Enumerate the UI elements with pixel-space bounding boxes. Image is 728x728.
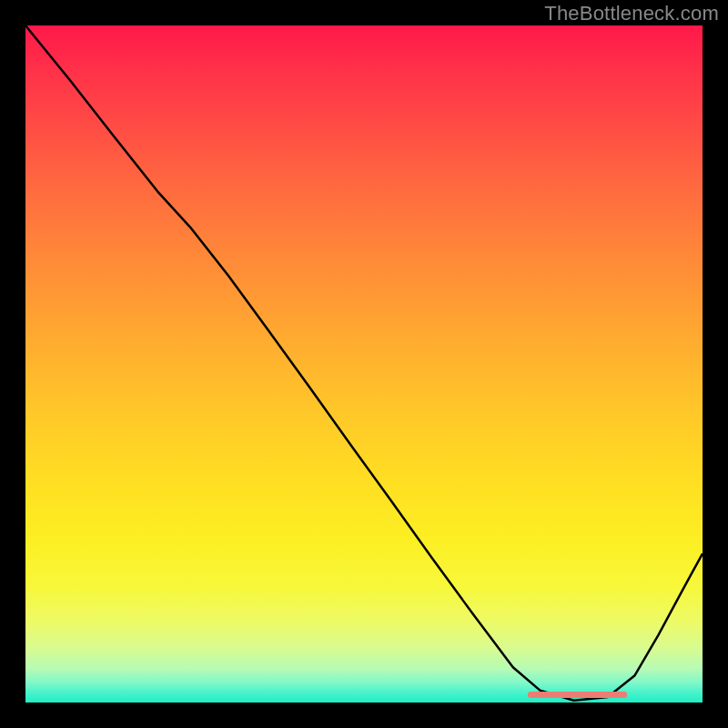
bottleneck-curve: [25, 25, 703, 703]
curve-path: [25, 25, 703, 701]
optimal-range-marker: [528, 692, 627, 698]
plot-area: [25, 25, 703, 703]
attribution-text: TheBottleneck.com: [544, 2, 719, 25]
